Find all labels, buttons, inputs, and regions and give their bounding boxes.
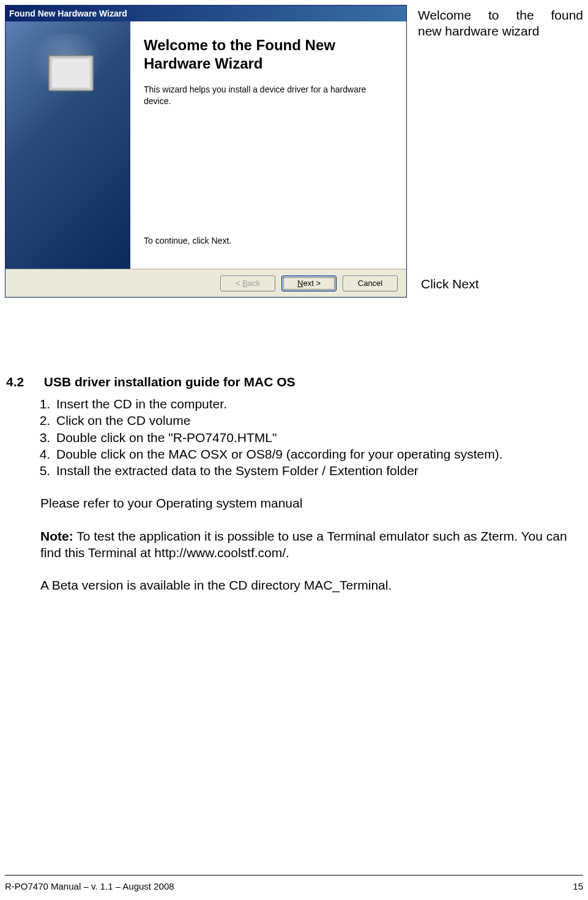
- annotation-welcome-line1: Welcome to the found: [418, 7, 583, 23]
- annotation-welcome-line2: new hardware wizard: [418, 23, 583, 39]
- list-item: Double click on the "R-PO7470.HTML": [54, 429, 582, 446]
- note-label: Note:: [40, 529, 73, 543]
- list-item: Double click on the MAC OSX or OS8/9 (ac…: [54, 446, 582, 462]
- page-footer: R-PO7470 Manual – v. 1.1 – August 2008 1…: [5, 881, 583, 891]
- footer-page-number: 15: [573, 881, 583, 891]
- wizard-button-row: < Back Next > Cancel: [6, 269, 406, 297]
- back-button: < Back: [220, 276, 275, 291]
- wizard-continue-text: To continue, click Next.: [144, 236, 393, 246]
- footer-divider: [5, 875, 583, 876]
- next-button[interactable]: Next >: [281, 276, 337, 291]
- section-4-2: 4.2 USB driver installation guide for MA…: [5, 375, 583, 594]
- wizard-sidebar-image: [6, 21, 130, 269]
- beta-paragraph: A Beta version is available in the CD di…: [40, 577, 582, 593]
- wizard-titlebar: Found New Hardware Wizard: [6, 6, 406, 21]
- wizard-window: Found New Hardware Wizard Welcome to the…: [5, 5, 407, 298]
- annotation-click-next: Click Next: [421, 277, 479, 291]
- wizard-body: Welcome to the Found New Hardware Wizard…: [6, 21, 406, 269]
- wizard-title: Found New Hardware Wizard: [9, 9, 127, 18]
- note-body: To test the application it is possible t…: [40, 529, 567, 560]
- section-title-text: USB driver installation guide for MAC OS: [44, 375, 296, 389]
- list-item: Install the extracted data to the System…: [54, 462, 582, 479]
- wizard-content: Welcome to the Found New Hardware Wizard…: [130, 21, 406, 269]
- footer-left: R-PO7470 Manual – v. 1.1 – August 2008: [5, 881, 174, 891]
- section-number: 4.2: [6, 375, 40, 389]
- cancel-button[interactable]: Cancel: [343, 276, 398, 291]
- wizard-description: This wizard helps you install a device d…: [144, 84, 393, 107]
- section-heading: 4.2 USB driver installation guide for MA…: [6, 375, 582, 389]
- list-item: Click on the CD volume: [54, 412, 582, 429]
- note-paragraph: Note: To test the application it is poss…: [40, 528, 582, 561]
- refer-paragraph: Please refer to your Operating system ma…: [40, 495, 582, 511]
- list-item: Insert the CD in the computer.: [54, 396, 582, 412]
- annotation-column: Welcome to the found new hardware wizard: [418, 5, 583, 40]
- wizard-heading: Welcome to the Found New Hardware Wizard: [144, 36, 393, 73]
- steps-list: Insert the CD in the computer. Click on …: [6, 396, 582, 479]
